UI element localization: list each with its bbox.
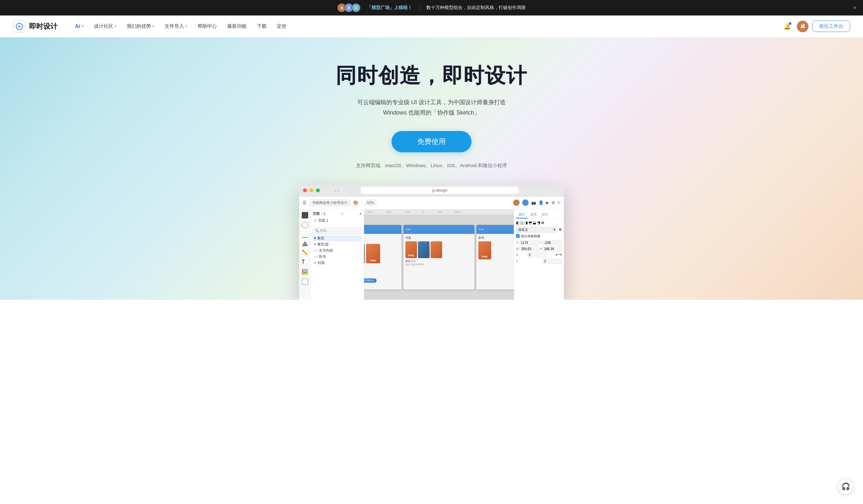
prop-x-input[interactable] (519, 240, 539, 245)
page-item[interactable]: ✓ 页面 1 (313, 217, 362, 224)
layer-search[interactable]: 🔍 搜索... (313, 227, 362, 234)
layer-name-3: 听书 (319, 254, 326, 259)
nav-file-import[interactable]: 文件导入 ▾ (160, 21, 192, 31)
distribute-icon[interactable]: ⊞ (541, 221, 544, 225)
hero-subtitle-line1: 可云端编辑的专业级 UI 设计工具，为中国设计师量身打造 (357, 99, 506, 105)
layer-item-whole-page[interactable]: 整页 (313, 235, 362, 241)
book-3: FIRE (366, 244, 380, 263)
book-2: BTS (364, 244, 365, 263)
prop-c-input[interactable] (542, 259, 562, 264)
prop-y-label: Y (539, 241, 541, 244)
hero-cta-button[interactable]: 免费使用 (391, 131, 472, 152)
rotate-left-icon[interactable]: ↶ (555, 253, 558, 257)
toolbar-grid-icon[interactable]: ⊞ (552, 200, 555, 205)
alignment-tools: ◧ ◫ ◨ ⬒ ⬓ ⬔ ⊞ (516, 221, 562, 225)
tab-annotation[interactable]: 标注 (539, 211, 551, 218)
align-left-icon[interactable]: ◧ (516, 221, 519, 225)
traffic-light-green[interactable] (316, 188, 320, 192)
sidebar-triangle-tool[interactable] (302, 241, 308, 246)
layer-listen-icon: Aa (314, 255, 317, 258)
nav-new-features[interactable]: 最新功能 (223, 21, 251, 31)
layer-name-4: 封面 (317, 261, 325, 265)
notification-bell-button[interactable]: 🔔 (781, 21, 793, 32)
nav-design-community-chevron-icon: ▾ (115, 24, 116, 28)
prop-r-input[interactable] (527, 253, 547, 257)
project-label: 书籍阅读类小程序设计 (309, 199, 350, 206)
canvas-frame-2: 9:41 书架 FIRE 森林之火 游记·几位作者共同... (403, 225, 474, 289)
toolbar-color-icon[interactable]: 🎨 (353, 200, 359, 205)
sidebar-component-tool[interactable] (302, 278, 308, 285)
overflow-checkbox[interactable] (516, 234, 520, 238)
hero-platforms-text: 支持网页端、macOS、Windows、Linux、iOS、Android 和微… (356, 163, 507, 169)
toolbar-menu-icon[interactable]: ☰ (302, 200, 307, 205)
traffic-light-yellow[interactable] (310, 188, 313, 192)
nav-help[interactable]: 帮助中心 (193, 21, 221, 31)
prop-r-label: R (516, 253, 518, 257)
prop-y-input[interactable] (542, 240, 562, 245)
nav-ai[interactable]: Ai ▾ (70, 21, 88, 32)
banner-avatars: A B C (337, 3, 361, 12)
app-body: ✏️ T 🖼️ 页数：1 + ∧ ✓ 页面 1 🔍 搜索 (299, 210, 564, 300)
overflow-row: 超出画板隐藏 (516, 234, 562, 238)
align-bottom-icon[interactable]: ⬔ (537, 221, 540, 225)
nav-pricing[interactable]: 定价 (272, 21, 291, 31)
toolbar-avatar-icon (513, 199, 520, 206)
nav-forward-icon[interactable]: › (338, 188, 339, 192)
prop-h-input[interactable] (542, 247, 562, 251)
nav-back-icon[interactable]: ‹ (335, 188, 336, 192)
sidebar-pen-tool[interactable]: ✏️ (302, 249, 308, 256)
tab-prototype[interactable]: 原型 (528, 211, 539, 218)
sidebar-ellipse-tool[interactable] (302, 222, 308, 228)
traffic-light-red[interactable] (303, 188, 307, 192)
nav-advantage[interactable]: 我们的优势 ▾ (122, 21, 159, 31)
newbook-label: 新书 (478, 236, 514, 240)
url-bar[interactable]: js.design (361, 187, 518, 194)
nav-pricing-label: 定价 (277, 23, 287, 29)
align-center-h-icon[interactable]: ◫ (520, 221, 524, 225)
layer-item-whole-page-is[interactable]: 整页/是 (313, 241, 362, 248)
forest-subtitle: 游记·几位作者共同... (405, 263, 473, 266)
nav-design-community[interactable]: 设计社区 ▾ (89, 21, 121, 31)
toolbar-camera-icon[interactable]: 📷 (531, 200, 536, 205)
align-top-icon[interactable]: ⬒ (529, 221, 532, 225)
sidebar-text-tool[interactable]: T (302, 259, 308, 266)
toolbar-play-icon[interactable]: ▶ (546, 200, 549, 205)
hero-subtitle-line2: Windows 也能用的「协作版 Sketch」 (383, 109, 480, 116)
fire-text-3-1: FIRE (479, 255, 490, 258)
nav-design-community-label: 设计社区 (94, 23, 113, 29)
rotate-icons: ↶ ↷ (555, 253, 562, 257)
top-banner: A B C 「模型广场」上线啦！ | 数十万种模型组合，自由定制风格，打破创作局… (0, 0, 863, 15)
goto-workspace-button[interactable]: 前往工作台 (812, 21, 850, 32)
nav-download[interactable]: 下载 (252, 21, 271, 31)
zoom-control[interactable]: 62% (365, 200, 376, 205)
banner-close-button[interactable]: × (853, 4, 856, 11)
align-right-icon[interactable]: ◨ (524, 221, 528, 225)
auto-layout-dropdown[interactable]: 自定义 ▾ (516, 227, 558, 232)
layer-name-2: 文字内容 (319, 248, 333, 253)
layer-name-1: 整页/是 (317, 242, 329, 247)
panel-collapse-icon[interactable]: ∧ (359, 212, 362, 216)
rotate-right-icon[interactable]: ↷ (559, 253, 562, 257)
sidebar-image-tool[interactable]: 🖼️ (302, 269, 308, 275)
toolbar-refresh-icon[interactable]: ↻ (558, 200, 561, 205)
layer-item-cover[interactable]: ◆ 封面 (313, 260, 362, 266)
tab-design[interactable]: 设计 (516, 211, 528, 218)
layer-item-listen[interactable]: Aa 听书 (313, 254, 362, 260)
align-center-v-icon[interactable]: ⬓ (533, 221, 536, 225)
canvas-frame-1: 9:41 我的书架 FIRE BTS (364, 225, 401, 289)
logo-text: 即时设计 (29, 22, 58, 31)
logo-link[interactable]: 即时设计 (13, 20, 58, 33)
selection-overlay: 2 项变量组件 (364, 266, 400, 283)
sidebar-select-tool[interactable] (302, 212, 308, 218)
left-panel: 页数：1 + ∧ ✓ 页面 1 🔍 搜索... 整页 (311, 210, 364, 300)
sidebar-line-tool[interactable] (302, 231, 308, 238)
layer-item-text-content[interactable]: Aa 文字内容 (313, 248, 362, 254)
panel-add-icon[interactable]: + (341, 212, 343, 216)
frame-content-2: 书架 FIRE 森林之火 游记·几位作者共同... (403, 234, 474, 289)
prop-w-label: W (516, 247, 519, 251)
prop-w-input[interactable] (520, 247, 539, 251)
toolbar-user-icon[interactable]: 👤 (539, 200, 543, 205)
user-avatar[interactable]: 威 (797, 21, 809, 32)
svg-point-2 (19, 26, 20, 27)
auto-layout-settings-icon[interactable]: ⚙ (559, 227, 562, 232)
